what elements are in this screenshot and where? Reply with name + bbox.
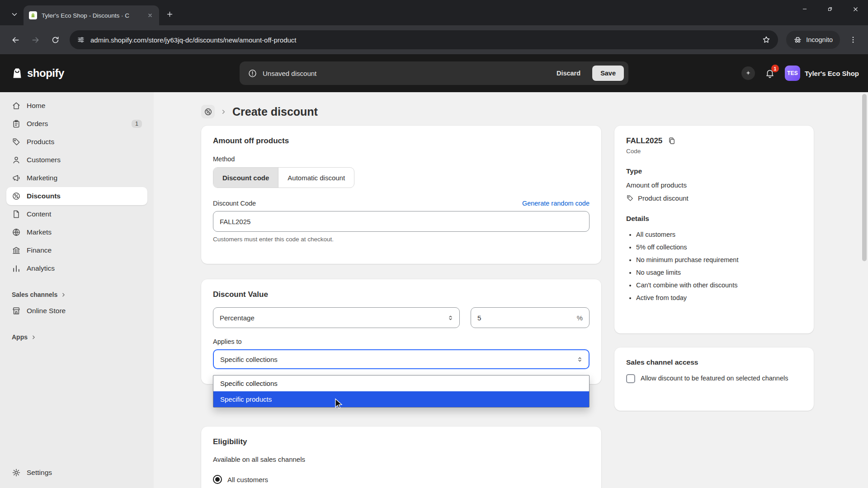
window-minimize-button[interactable] [792, 0, 817, 18]
value-amount-input[interactable] [477, 314, 577, 322]
card-title: Eligibility [213, 437, 590, 446]
browser-menu-button[interactable] [844, 31, 862, 48]
reload-button[interactable] [46, 31, 64, 49]
sidebar-item-content[interactable]: Content [6, 205, 147, 223]
sidebar-item-orders[interactable]: Orders 1 [6, 115, 147, 133]
sidebar-item-customers[interactable]: Customers [6, 151, 147, 169]
assistant-button[interactable] [741, 66, 755, 80]
applies-to-select[interactable]: Specific collections [213, 349, 590, 369]
sidebar-item-label: Home [27, 102, 45, 110]
content-icon [12, 210, 21, 219]
shopify-logo[interactable]: shopify [11, 67, 64, 80]
forward-button[interactable] [26, 31, 44, 49]
feature-discount-checkbox[interactable]: Allow discount to be featured on selecte… [626, 374, 802, 384]
site-settings-icon[interactable] [77, 36, 85, 44]
value-type-value: Percentage [220, 314, 255, 322]
online-store-icon [12, 306, 21, 315]
shopify-favicon [29, 11, 37, 19]
type-heading: Type [626, 167, 802, 175]
sidebar-item-markets[interactable]: Markets [6, 223, 147, 241]
discounts-breadcrumb-icon[interactable] [201, 105, 215, 118]
value-amount-field[interactable]: % [471, 307, 590, 328]
details-item: 5% off collections [636, 241, 802, 253]
code-row: FALL2025 [626, 136, 802, 145]
sidebar-item-products[interactable]: Products [6, 133, 147, 151]
discount-code-input[interactable] [213, 211, 590, 232]
apps-label: Apps [12, 333, 28, 341]
sidebar-item-label: Finance [27, 246, 52, 254]
option-specific-collections[interactable]: Specific collections [213, 375, 589, 391]
incognito-badge: Incognito [786, 31, 840, 49]
bookmark-star-icon[interactable] [762, 35, 771, 44]
tab-search-button[interactable] [7, 7, 22, 22]
markets-icon [12, 228, 21, 237]
page-header: Create discount [201, 105, 318, 118]
applies-to-dropdown: Specific collections Specific products [213, 375, 590, 408]
notification-count-badge: 1 [771, 65, 779, 72]
amount-off-products-card: Amount off products Method Discount code… [201, 126, 601, 264]
eligibility-subtitle: Available on all sales channels [213, 455, 590, 463]
sidebar-item-settings[interactable]: Settings [6, 464, 147, 482]
window-restore-button[interactable] [817, 0, 843, 18]
close-icon [852, 6, 859, 13]
sidebar-item-analytics[interactable]: Analytics [6, 259, 147, 277]
value-row: Percentage % [213, 307, 590, 328]
restore-icon [827, 6, 833, 12]
scrollbar-thumb[interactable] [862, 94, 867, 261]
scrollbar [862, 92, 867, 488]
method-discount-code-button[interactable]: Discount code [213, 168, 278, 188]
marketing-icon [12, 174, 21, 183]
screen: Tyler's Eco Shop - Discounts · C [0, 0, 868, 488]
details-item: No usage limits [636, 266, 802, 279]
radio-icon [213, 475, 222, 484]
discount-code-label: Discount Code [213, 200, 256, 207]
sidebar-item-marketing[interactable]: Marketing [6, 169, 147, 187]
incognito-icon [793, 36, 802, 44]
apps-header[interactable]: Apps [6, 330, 147, 344]
account-menu[interactable]: TES Tyler's Eco Shop [785, 66, 859, 81]
select-updown-icon [447, 314, 454, 321]
option-specific-products[interactable]: Specific products [213, 391, 589, 407]
method-automatic-discount-button[interactable]: Automatic discount [278, 168, 354, 188]
generate-random-code-link[interactable]: Generate random code [522, 200, 590, 207]
tab-title: Tyler's Eco Shop - Discounts · C [42, 12, 141, 19]
discard-button[interactable]: Discard [550, 66, 587, 81]
discount-value-card: Discount Value Percentage % Applies to [201, 279, 601, 384]
sidebar-item-online-store[interactable]: Online Store [6, 302, 147, 320]
browser-tab[interactable]: Tyler's Eco Shop - Discounts · C [24, 5, 159, 25]
checkbox-label: Allow discount to be featured on selecte… [641, 374, 788, 384]
code-caption: Code [626, 148, 802, 155]
sidebar-item-finance[interactable]: Finance [6, 241, 147, 259]
browser-tab-strip: Tyler's Eco Shop - Discounts · C [0, 0, 868, 25]
sales-channels-header[interactable]: Sales channels [6, 287, 147, 302]
back-button[interactable] [6, 31, 24, 49]
finance-icon [12, 246, 21, 255]
back-arrow-icon [11, 35, 20, 45]
new-tab-button[interactable] [163, 7, 176, 21]
save-button[interactable]: Save [592, 66, 624, 81]
chevron-right-icon [31, 334, 37, 340]
method-segmented-control: Discount code Automatic discount [213, 167, 354, 188]
shopify-wordmark: shopify [27, 67, 64, 80]
card-title: Sales channel access [626, 358, 802, 366]
orders-icon [12, 119, 21, 128]
notifications-button[interactable]: 1 [763, 66, 777, 80]
sidebar-item-home[interactable]: Home [6, 97, 147, 115]
tab-close-icon[interactable] [146, 11, 155, 20]
url-text[interactable]: admin.shopify.com/store/jy63jq-dc/discou… [90, 36, 756, 44]
window-close-button[interactable] [843, 0, 868, 18]
store-name: Tyler's Eco Shop [805, 70, 859, 77]
discount-summary-card: FALL2025 Code Type Amount off products P… [614, 126, 814, 333]
copy-icon[interactable] [668, 137, 676, 145]
home-icon [12, 101, 21, 110]
forward-arrow-icon [31, 35, 40, 45]
reload-icon [51, 36, 60, 44]
value-type-select[interactable]: Percentage [213, 307, 460, 328]
url-bar[interactable]: admin.shopify.com/store/jy63jq-dc/discou… [70, 30, 778, 49]
chevron-down-icon [10, 10, 19, 19]
topbar-right-cluster: 1 TES Tyler's Eco Shop [741, 54, 859, 92]
sidebar-item-discounts[interactable]: Discounts [6, 187, 147, 205]
select-updown-icon [576, 356, 583, 363]
all-customers-radio[interactable]: All customers [213, 475, 590, 484]
eligibility-card: Eligibility Available on all sales chann… [201, 427, 601, 488]
